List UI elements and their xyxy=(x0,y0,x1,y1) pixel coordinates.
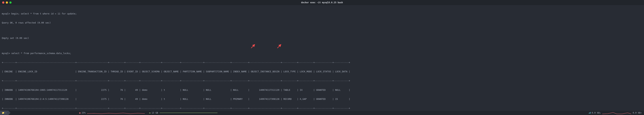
status-left-segment[interactable]: 📁 ~ xyxy=(0,111,8,115)
close-icon[interactable] xyxy=(2,2,4,4)
line-row2: | INNODB | 140074196766104:2:4:5:1400741… xyxy=(2,98,642,101)
svg-rect-1 xyxy=(589,113,590,114)
svg-rect-2 xyxy=(590,112,590,114)
net-sparkline-icon xyxy=(602,112,631,114)
cpu-icon: ▣ xyxy=(79,112,80,114)
window-title: docker exec -it mysql8.0.25 bash xyxy=(301,1,343,4)
status-mem: ▬ 13 GB xyxy=(147,111,220,115)
zoom-icon[interactable] xyxy=(10,2,12,4)
line-res1: Query OK, 0 rows affected (0.00 sec) xyxy=(2,21,642,24)
line-res2: Empty set (0.00 sec) xyxy=(2,37,642,40)
cmd1-text: begin; select * from t where id = 11 for… xyxy=(12,12,77,15)
cmd2-text: select * from performance_schema.data_lo… xyxy=(12,52,71,54)
mem-sparkline-icon xyxy=(160,112,218,114)
net-down-icon xyxy=(588,112,591,114)
line-header: | ENGINE | ENGINE_LOCK_ID | ENGINE_TRANS… xyxy=(2,70,642,73)
titlebar: docker exec -it mysql8.0.25 bash xyxy=(0,0,644,5)
statusbar: 📁 ~ ▣ 25% ▬ 13 GB 0.0 kB↓ 0.0 kB↑ xyxy=(0,111,644,115)
cpu-label: 25% xyxy=(82,112,86,114)
annotation-arrow-icon xyxy=(268,40,274,46)
memory-label: 13 GB xyxy=(152,112,158,114)
line-div-top: +---------+-----------------------------… xyxy=(2,61,642,64)
annotation-arrow-icon xyxy=(242,40,248,46)
cpu-sparkline-icon xyxy=(87,112,145,114)
status-net: 0.0 kB↓ 0.0 kB↑ xyxy=(588,112,644,114)
terminal[interactable]: mysql> begin; select * from t where id =… xyxy=(0,5,644,111)
net-down-label: 0.0 kB↓ xyxy=(592,112,601,114)
window-controls xyxy=(0,2,12,4)
memory-icon: ▬ xyxy=(149,112,150,114)
svg-rect-0 xyxy=(589,113,589,114)
line-div-bot: +---------+-----------------------------… xyxy=(2,107,642,110)
minimize-icon[interactable] xyxy=(6,2,8,4)
line-cmd2: mysql> select * from performance_schema.… xyxy=(2,52,642,55)
svg-rect-3 xyxy=(590,112,591,114)
status-cpu: ▣ 25% xyxy=(77,111,147,115)
line-cmd1: mysql> begin; select * from t where id =… xyxy=(2,12,642,15)
net-up-label: 0.0 kB↑ xyxy=(632,112,642,114)
prompt: mysql> xyxy=(2,12,10,15)
status-left-label: ~ xyxy=(5,112,6,114)
line-div-mid: +---------+-----------------------------… xyxy=(2,80,642,82)
folder-icon: 📁 xyxy=(2,112,4,114)
line-row1: | INNODB | 140074196766104:1065:14007411… xyxy=(2,88,642,92)
prompt: mysql> xyxy=(2,52,10,54)
